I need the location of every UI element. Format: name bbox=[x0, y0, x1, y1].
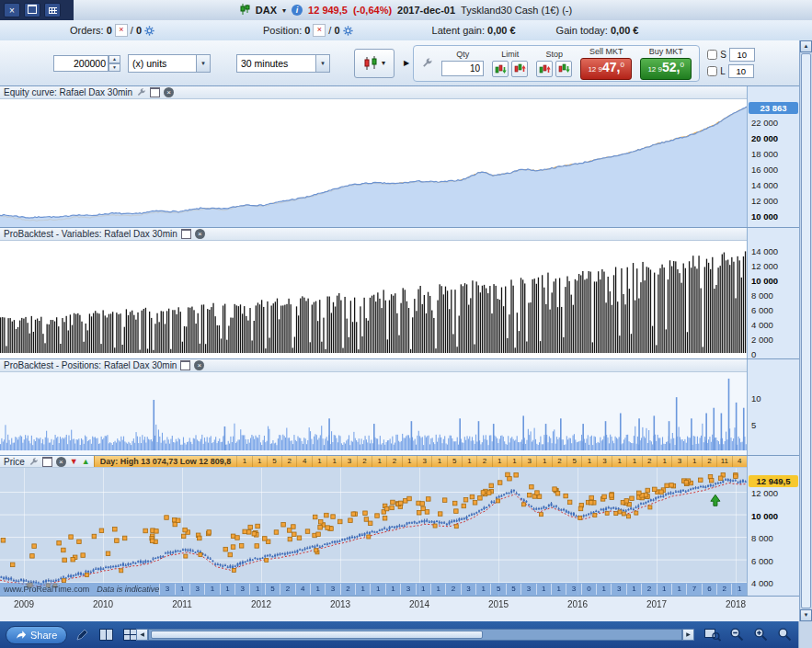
trade-count-cell: 1 bbox=[385, 584, 400, 595]
detach-panel-icon[interactable] bbox=[150, 87, 160, 97]
h-scroll-track[interactable] bbox=[148, 629, 682, 641]
trade-count-cell: 1 bbox=[310, 584, 325, 595]
instrument-name[interactable]: DAX bbox=[256, 5, 277, 16]
trade-count-cell: 1 bbox=[657, 584, 671, 595]
trade-count-cell: 3 bbox=[159, 584, 174, 595]
variables-chart[interactable] bbox=[0, 241, 747, 358]
h-scroll-thumb[interactable] bbox=[151, 631, 483, 639]
trade-count-cell: 1 bbox=[372, 456, 386, 467]
status-bar: Orders: 0 × / 0 Position: 0 × / 0 Latent… bbox=[0, 20, 812, 41]
scroll-down-icon[interactable]: ▼ bbox=[70, 457, 78, 466]
trade-count-cell: 3 bbox=[234, 584, 249, 595]
close-panel-icon[interactable]: × bbox=[56, 457, 66, 467]
detach-panel-icon[interactable] bbox=[180, 360, 190, 370]
order-qty-input[interactable] bbox=[441, 61, 484, 76]
positions-chart[interactable] bbox=[0, 372, 747, 455]
settings-wrench-icon[interactable] bbox=[136, 87, 146, 97]
bottom-bar: Share ◀ ▶ bbox=[0, 621, 812, 648]
zoom-out-icon[interactable] bbox=[727, 625, 746, 643]
equity-panel: Equity curve: Rafael Dax 30min × 22 0002… bbox=[0, 85, 799, 227]
trade-count-cell: 3 bbox=[461, 584, 475, 595]
axis-tick-label: 14 000 bbox=[751, 180, 778, 190]
trade-count-cell: 4 bbox=[296, 456, 311, 467]
timeframe-select[interactable]: 30 minutes ▾ bbox=[236, 54, 330, 73]
trade-count-cell: 1 bbox=[536, 456, 551, 467]
chevron-down-icon[interactable]: ▾ bbox=[282, 6, 286, 15]
zoom-fit-icon[interactable] bbox=[775, 625, 794, 643]
scroll-up-icon[interactable]: ▲ bbox=[82, 457, 90, 466]
positions-axis[interactable]: 105 bbox=[747, 359, 799, 455]
units-select[interactable]: (x) units ▾ bbox=[128, 54, 211, 73]
close-window-button[interactable]: × bbox=[4, 3, 20, 17]
orders-settings-icon[interactable] bbox=[144, 26, 154, 36]
s-value-input[interactable] bbox=[729, 48, 755, 62]
buy-limit-button[interactable] bbox=[492, 61, 509, 77]
quantity-up-button[interactable]: ▲ bbox=[109, 55, 120, 63]
cancel-orders-icon[interactable]: × bbox=[115, 24, 128, 37]
sell-limit-button[interactable] bbox=[511, 61, 528, 77]
qty-label: Qty bbox=[456, 50, 469, 59]
close-panel-icon[interactable]: × bbox=[164, 87, 174, 97]
year-label: 2012 bbox=[251, 599, 271, 609]
settings-wrench-icon[interactable] bbox=[29, 457, 39, 467]
chart-style-button[interactable]: ▾ bbox=[354, 49, 395, 78]
split-view-icon[interactable] bbox=[97, 626, 115, 644]
detach-panel-icon[interactable] bbox=[42, 457, 52, 467]
scroll-down-button[interactable]: ▼ bbox=[800, 609, 812, 621]
info-icon[interactable]: i bbox=[292, 5, 303, 16]
l-value-input[interactable] bbox=[728, 64, 754, 78]
quantity-down-button[interactable]: ▼ bbox=[109, 63, 120, 72]
position-settings-icon[interactable] bbox=[343, 26, 353, 36]
title-bar: × DAX ▾ i 12 949,5 (-0,64%) 2017-dec-01 … bbox=[0, 0, 812, 21]
price-chart[interactable] bbox=[0, 468, 747, 596]
zoom-selection-icon[interactable] bbox=[703, 625, 722, 643]
trading-settings-wrench-icon[interactable] bbox=[421, 57, 433, 69]
limit-preset-row: L bbox=[707, 64, 755, 78]
latent-gain-value: 0,00 € bbox=[487, 25, 516, 36]
s-checkbox[interactable] bbox=[707, 50, 717, 60]
resize-grip[interactable] bbox=[798, 621, 812, 648]
trade-count-cell: 3 bbox=[400, 584, 415, 595]
trade-count-cell: 5 bbox=[267, 456, 281, 467]
scroll-right-button[interactable]: ▶ bbox=[682, 629, 694, 641]
trade-count-cell: 3 bbox=[597, 456, 612, 467]
edit-chart-icon[interactable] bbox=[73, 626, 91, 644]
variables-axis[interactable]: 14 00012 00010 0008 0006 0004 0002 0000 bbox=[747, 228, 799, 358]
v-scroll-thumb[interactable] bbox=[801, 53, 811, 608]
gain-today-value: 0,00 € bbox=[611, 25, 639, 36]
close-position-icon[interactable]: × bbox=[313, 24, 326, 37]
scroll-up-button[interactable]: ▲ bbox=[800, 40, 812, 52]
trade-count-cell: 1 bbox=[431, 456, 446, 467]
trade-count-cell: 7 bbox=[686, 584, 701, 595]
axis-tick-label: 12 000 bbox=[751, 488, 778, 498]
trade-count-cell: 1 bbox=[252, 456, 267, 467]
time-axis[interactable]: 2009201020112012201320142015201620172018 bbox=[0, 596, 799, 622]
equity-price-axis[interactable]: 22 00020 00018 00016 00014 00012 00010 0… bbox=[747, 86, 799, 227]
vertical-scrollbar[interactable]: ▲ ▼ bbox=[799, 40, 812, 621]
close-panel-icon[interactable]: × bbox=[194, 360, 204, 370]
sell-stop-button[interactable] bbox=[555, 61, 572, 77]
detach-panel-icon[interactable] bbox=[181, 229, 191, 239]
keyboard-button[interactable] bbox=[44, 3, 61, 17]
l-checkbox[interactable] bbox=[707, 66, 717, 76]
horizontal-scrollbar[interactable]: ◀ ▶ bbox=[136, 629, 694, 641]
buy-market-button[interactable]: 12 952,0 bbox=[640, 58, 692, 80]
price-axis[interactable]: 12 00010 0008 0006 0004 00012 949,5 bbox=[747, 456, 799, 596]
scroll-left-button[interactable]: ◀ bbox=[136, 629, 148, 641]
zoom-in-icon[interactable] bbox=[751, 625, 770, 643]
detach-window-button[interactable] bbox=[24, 3, 40, 17]
trade-count-cell: 5 bbox=[490, 584, 505, 595]
share-button[interactable]: Share bbox=[6, 626, 67, 644]
window-controls: × bbox=[0, 0, 74, 20]
buy-stop-button[interactable] bbox=[536, 61, 553, 77]
close-panel-icon[interactable]: × bbox=[195, 229, 205, 239]
instrument-header: DAX ▾ i 12 949,5 (-0,64%) 2017-dec-01 Ty… bbox=[240, 4, 572, 17]
bottom-strip-cells: 313113152413211131123155311301312117621 bbox=[159, 583, 747, 596]
sell-market-button[interactable]: 12 947,0 bbox=[580, 58, 632, 80]
day-high-low: Day: High 13 074,73 Low 12 809,8 bbox=[100, 457, 232, 466]
collapse-trading-panel-icon[interactable]: ▶ bbox=[404, 59, 409, 67]
buy-mkt-label: Buy MKT bbox=[649, 47, 683, 56]
quantity-input[interactable] bbox=[53, 55, 109, 72]
equity-chart[interactable] bbox=[0, 99, 747, 227]
position-slash: / bbox=[328, 25, 331, 36]
